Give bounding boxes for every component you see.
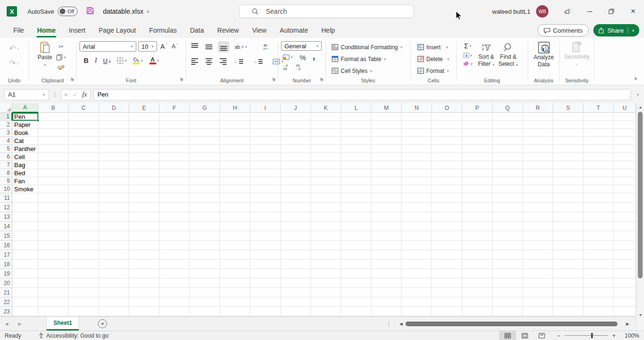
undo-button[interactable]: ↶∨	[8, 43, 20, 54]
horizontal-scrollbar-thumb[interactable]	[406, 322, 618, 326]
cell-F12[interactable]	[159, 203, 190, 212]
cell-C17[interactable]	[69, 250, 99, 259]
comments-button[interactable]: Comments	[538, 24, 589, 36]
cell-S7[interactable]	[553, 161, 583, 169]
font-dialog-launcher-icon[interactable]	[179, 75, 183, 82]
cell-O21[interactable]	[432, 288, 462, 297]
number-format-select[interactable]: General∨	[281, 41, 322, 51]
collapse-ribbon-chevron-icon[interactable]: ∨	[634, 76, 637, 81]
cell-C5[interactable]	[69, 145, 99, 153]
cell-O15[interactable]	[432, 231, 462, 241]
sheet-nav-right-icon[interactable]: ▶	[13, 322, 26, 326]
cell-B16[interactable]	[38, 241, 69, 250]
cell-D3[interactable]	[99, 129, 129, 137]
column-header-O[interactable]: O	[432, 103, 462, 113]
cell-L17[interactable]	[341, 250, 371, 259]
cell-L14[interactable]	[341, 222, 371, 231]
align-right-button[interactable]	[218, 57, 228, 66]
orientation-button[interactable]: ab↗∨	[233, 44, 249, 51]
cell-T2[interactable]	[583, 121, 614, 129]
comma-style-button[interactable]: ,	[311, 53, 317, 62]
cell-N6[interactable]	[402, 153, 432, 161]
cell-D4[interactable]	[99, 137, 129, 145]
cell-M4[interactable]	[371, 137, 402, 145]
insert-cells-button[interactable]: Insert∨	[415, 41, 456, 53]
cell-F11[interactable]	[159, 193, 190, 203]
row-header-4[interactable]: 4	[0, 137, 12, 145]
cell-B14[interactable]	[38, 222, 69, 231]
cell-A19[interactable]	[12, 269, 38, 278]
cell-F21[interactable]	[159, 288, 190, 297]
cell-R20[interactable]	[523, 278, 553, 288]
cell-B8[interactable]	[38, 169, 69, 177]
column-header-C[interactable]: C	[69, 103, 99, 113]
cell-H16[interactable]	[220, 241, 250, 250]
row-header-18[interactable]: 18	[0, 259, 12, 269]
cell-L4[interactable]	[341, 137, 371, 145]
cell-C12[interactable]	[69, 203, 99, 212]
copy-button[interactable]: ∨	[55, 53, 67, 62]
cell-J21[interactable]	[281, 288, 311, 297]
row-header-6[interactable]: 6	[0, 153, 12, 161]
cell-E5[interactable]	[129, 145, 159, 153]
cell-A10[interactable]: Smoke	[12, 185, 38, 193]
cell-R14[interactable]	[523, 222, 553, 231]
cell-N17[interactable]	[402, 250, 432, 259]
column-header-B[interactable]: B	[38, 103, 69, 113]
cell-O20[interactable]	[432, 278, 462, 288]
tab-scroll-grip-icon[interactable]: ⋮	[386, 321, 391, 327]
cell-P1[interactable]	[462, 113, 493, 121]
cell-N8[interactable]	[402, 169, 432, 177]
vertical-scrollbar[interactable]: ▲ ▼	[636, 103, 644, 327]
column-header-R[interactable]: R	[523, 103, 553, 113]
column-header-N[interactable]: N	[402, 103, 432, 113]
zoom-level[interactable]: 100%	[619, 332, 639, 339]
cell-K4[interactable]	[311, 137, 341, 145]
cell-C10[interactable]	[69, 185, 99, 193]
tab-help[interactable]: Help	[316, 24, 341, 36]
cell-R17[interactable]	[523, 250, 553, 259]
cell-C6[interactable]	[69, 153, 99, 161]
cell-O9[interactable]	[432, 177, 462, 185]
cell-M13[interactable]	[371, 212, 402, 222]
row-header-1[interactable]: 1	[0, 113, 12, 121]
cell-T9[interactable]	[583, 177, 614, 185]
cell-N7[interactable]	[402, 161, 432, 169]
row-header-10[interactable]: 10	[0, 185, 12, 193]
cell-J20[interactable]	[281, 278, 311, 288]
cell-H15[interactable]	[220, 231, 250, 241]
cell-R18[interactable]	[523, 259, 553, 269]
insert-function-button[interactable]: fx	[82, 91, 87, 98]
cell-K11[interactable]	[311, 193, 341, 203]
cell-J8[interactable]	[281, 169, 311, 177]
cell-E14[interactable]	[129, 222, 159, 231]
cell-C8[interactable]	[69, 169, 99, 177]
cell-D11[interactable]	[99, 193, 129, 203]
tab-page-layout[interactable]: Page Layout	[93, 24, 141, 36]
cell-K18[interactable]	[311, 259, 341, 269]
cell-D10[interactable]	[99, 185, 129, 193]
cell-J15[interactable]	[281, 231, 311, 241]
cell-G13[interactable]	[190, 212, 220, 222]
cell-S19[interactable]	[553, 269, 583, 278]
cell-C14[interactable]	[69, 222, 99, 231]
cell-R5[interactable]	[523, 145, 553, 153]
fill-color-button[interactable]: ∨	[132, 56, 144, 65]
cell-Q22[interactable]	[493, 297, 523, 307]
cell-P14[interactable]	[462, 222, 493, 231]
cell-E21[interactable]	[129, 288, 159, 297]
cell-T14[interactable]	[583, 222, 614, 231]
autosum-button[interactable]: Σ∨	[461, 41, 474, 51]
cell-G4[interactable]	[190, 137, 220, 145]
cell-O22[interactable]	[432, 297, 462, 307]
cut-button[interactable]: ✂	[55, 42, 67, 51]
cell-S4[interactable]	[553, 137, 583, 145]
scroll-up-arrow-icon[interactable]: ▲	[636, 103, 644, 111]
tab-review[interactable]: Review	[212, 24, 245, 36]
cell-J5[interactable]	[281, 145, 311, 153]
cell-Q20[interactable]	[493, 278, 523, 288]
cell-G1[interactable]	[190, 113, 220, 121]
row-header-13[interactable]: 13	[0, 212, 12, 222]
cell-L5[interactable]	[341, 145, 371, 153]
cell-L16[interactable]	[341, 241, 371, 250]
